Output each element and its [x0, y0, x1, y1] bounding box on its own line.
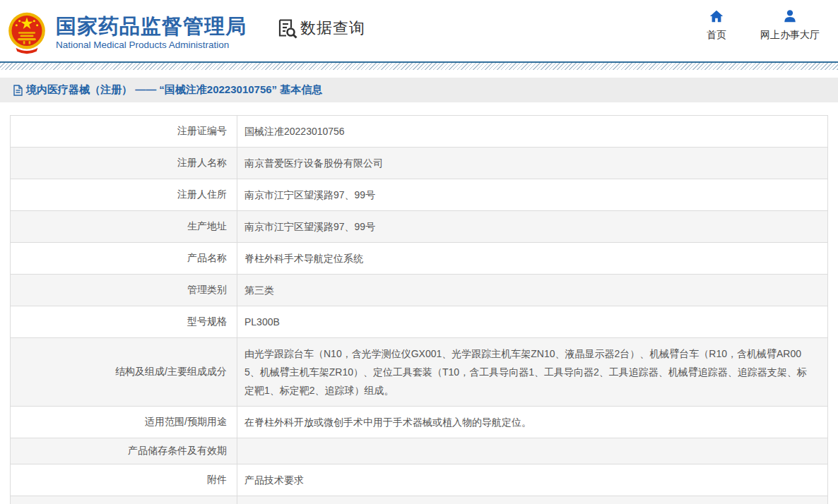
row-value: 南京市江宁区望溪路97、99号	[237, 179, 828, 211]
site-title: 国家药品监督管理局	[56, 14, 247, 38]
row-value: 由光学跟踪台车（N10，含光学测位仪GX001、光学跟踪主机车架ZN10、液晶显…	[237, 338, 828, 407]
row-label: 其他内容	[11, 496, 237, 504]
row-label: 注册证编号	[11, 116, 237, 148]
row-value: 南京市江宁区望溪路97、99号	[237, 211, 828, 243]
row-value	[237, 438, 828, 464]
header-hatch-band	[0, 63, 838, 70]
user-icon	[782, 8, 798, 24]
table-row: 注册人名称南京普爱医疗设备股份有限公司	[11, 148, 828, 179]
national-emblem-logo	[7, 11, 47, 55]
data-query-label: 数据查询	[300, 18, 365, 39]
table-row: 注册证编号国械注准20223010756	[11, 116, 828, 148]
row-label: 适用范围/预期用途	[11, 407, 237, 438]
nav-home-label: 首页	[707, 29, 726, 42]
nav-home[interactable]: 首页	[707, 8, 726, 42]
header-nav: 首页 网上办事大厅	[707, 8, 820, 42]
row-label: 产品名称	[11, 243, 237, 275]
page-title-bar: 境内医疗器械（注册） —— “国械注准20223010756” 基本信息	[0, 78, 838, 102]
table-row: 附件产品技术要求	[11, 464, 828, 496]
row-value: 国械注准20223010756	[237, 116, 828, 148]
row-value: 南京普爱医疗设备股份有限公司	[237, 148, 828, 179]
registration-info-table: 注册证编号国械注准20223010756注册人名称南京普爱医疗设备股份有限公司注…	[10, 115, 828, 504]
row-value: 产品技术要求	[237, 464, 828, 496]
row-label: 附件	[11, 464, 237, 496]
row-value: 脊柱外科手术导航定位系统	[237, 243, 828, 275]
site-subtitle: National Medical Products Administration	[56, 40, 247, 50]
data-query-icon	[276, 18, 297, 39]
row-label: 管理类别	[11, 275, 237, 306]
row-label: 产品储存条件及有效期	[11, 438, 237, 464]
data-query-link[interactable]: 数据查询	[276, 18, 365, 39]
row-value: PL300B	[237, 306, 828, 338]
nav-service-hall[interactable]: 网上办事大厅	[760, 8, 820, 42]
row-value: 在脊柱外科开放或微创手术中用于手术器械或植入物的导航定位。	[237, 407, 828, 438]
row-label: 注册人名称	[11, 148, 237, 179]
row-value: 第三类	[237, 275, 828, 306]
brand-block: 国家药品监督管理局 National Medical Products Admi…	[56, 11, 247, 50]
table-row: 生产地址南京市江宁区望溪路97、99号	[11, 211, 828, 243]
row-label: 生产地址	[11, 211, 237, 243]
table-row: 型号规格PL300B	[11, 306, 828, 338]
home-icon	[709, 8, 724, 24]
row-label: 结构及组成/主要组成成分	[11, 338, 237, 407]
table-row: 适用范围/预期用途在脊柱外科开放或微创手术中用于手术器械或植入物的导航定位。	[11, 407, 828, 438]
page-title: 境内医疗器械（注册） —— “国械注准20223010756” 基本信息	[26, 83, 322, 97]
row-label: 型号规格	[11, 306, 237, 338]
document-icon	[13, 85, 23, 96]
nav-service-hall-label: 网上办事大厅	[760, 29, 820, 42]
table-row: 管理类别第三类	[11, 275, 828, 306]
site-header: 国家药品监督管理局 National Medical Products Admi…	[0, 0, 838, 61]
table-row: 产品名称脊柱外科手术导航定位系统	[11, 243, 828, 275]
table-row: 结构及组成/主要组成成分由光学跟踪台车（N10，含光学测位仪GX001、光学跟踪…	[11, 338, 828, 407]
table-row: 注册人住所南京市江宁区望溪路97、99号	[11, 179, 828, 211]
table-row: 产品储存条件及有效期	[11, 438, 828, 464]
table-row: 其他内容/	[11, 496, 828, 504]
registration-info-table-wrap: 注册证编号国械注准20223010756注册人名称南京普爱医疗设备股份有限公司注…	[10, 115, 828, 504]
row-value: /	[237, 496, 828, 504]
row-label: 注册人住所	[11, 179, 237, 211]
